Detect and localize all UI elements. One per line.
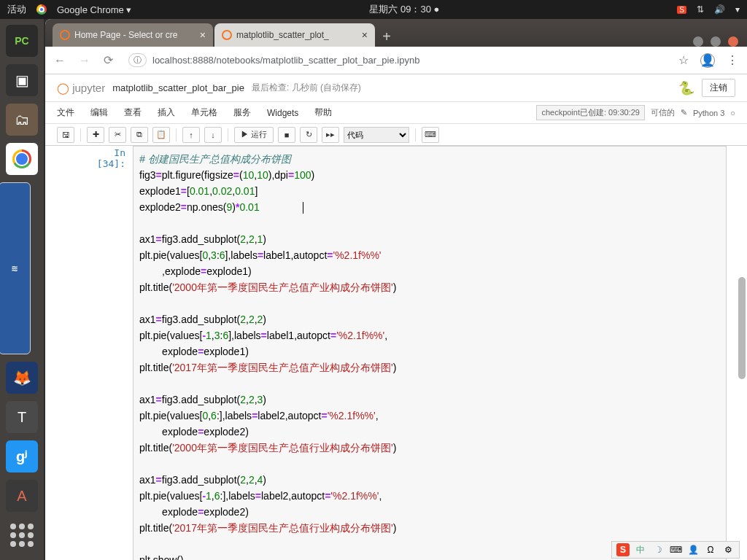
jupyter-logo[interactable]: ◯ jupyter (57, 82, 105, 95)
window-buttons (693, 31, 747, 47)
ubuntu-topbar: 活动 Google Chrome ▾ 星期六 09：30 ● S ⇅ 🔊 ▾ (0, 0, 747, 19)
move-down-button[interactable]: ↓ (204, 127, 222, 143)
jupyter-icon (60, 30, 70, 40)
back-button[interactable]: ← (54, 54, 69, 67)
new-tab-button[interactable]: + (376, 26, 397, 47)
text-cursor (303, 202, 303, 214)
vscode-icon[interactable]: ≋ (0, 182, 31, 354)
cell-type-select[interactable]: 代码 (344, 127, 409, 143)
copy-button[interactable]: ⧉ (131, 127, 148, 143)
python-logo-icon: 🐍 (678, 80, 694, 96)
site-info-icon[interactable]: ⓘ (128, 53, 147, 67)
app-gj-icon[interactable]: gʲ (6, 440, 38, 472)
profile-icon[interactable]: 👤 (700, 53, 715, 68)
volume-icon[interactable]: 🔊 (714, 4, 725, 15)
ime-lang-icon[interactable]: 中 (634, 543, 647, 556)
activities-label[interactable]: 活动 (7, 3, 26, 16)
close-window-button[interactable] (728, 36, 738, 47)
ime-moon-icon[interactable]: ☽ (651, 543, 665, 556)
text-editor-icon[interactable]: T (6, 401, 38, 433)
menu-view[interactable]: 查看 (124, 106, 142, 119)
bookmark-icon[interactable]: ☆ (678, 53, 689, 67)
notebook-name[interactable]: matplotlib_scatter_plot_bar_pie (112, 82, 244, 93)
files-icon[interactable]: 🗂 (6, 104, 38, 136)
run-button[interactable]: ▶ 运行 (234, 127, 274, 143)
close-icon[interactable]: × (200, 29, 206, 41)
jupyter-menubar: 文件 编辑 查看 插入 单元格 服务 Widgets 帮助 checkpoint… (45, 102, 747, 124)
paste-button[interactable]: 📋 (152, 127, 170, 143)
maximize-button[interactable] (711, 36, 721, 47)
jupyter-toolbar: 🖫 ✚ ✂ ⧉ 📋 ↑ ↓ ▶ 运行 ■ ↻ ▸▸ 代码 ⌨ (45, 124, 747, 146)
ime-indicator-icon[interactable]: S (677, 6, 686, 14)
ime-tray[interactable]: S 中 ☽ ⌨ 👤 Ω ⚙ (611, 541, 740, 559)
updater-icon[interactable]: A (6, 480, 38, 512)
tab-home-label: Home Page - Select or cre (74, 30, 177, 40)
jupyter-header: ◯ jupyter matplotlib_scatter_plot_bar_pi… (45, 74, 747, 102)
code-cell[interactable]: In [34]: # 创建国民生产总值构成分布饼图 fig3=plt.figur… (45, 146, 747, 560)
restart-button[interactable]: ↻ (300, 127, 317, 143)
input-prompt: In [34]: (82, 146, 133, 560)
active-app-label[interactable]: Google Chrome ▾ (57, 4, 131, 15)
jupyter-icon (222, 30, 232, 40)
menu-file[interactable]: 文件 (57, 106, 74, 119)
code-editor[interactable]: # 创建国民生产总值构成分布饼图 fig3=plt.figure(figsize… (133, 146, 727, 560)
tab-strip: Home Page - Select or cre × matplotlib_s… (45, 19, 747, 47)
logout-button[interactable]: 注销 (702, 79, 735, 97)
ubuntu-launcher: PC ▣ 🗂 ≋ 🦊 T gʲ A (0, 19, 44, 560)
cut-button[interactable]: ✂ (109, 127, 126, 143)
terminal-icon[interactable]: ▣ (6, 64, 38, 96)
network-icon[interactable]: ⇅ (697, 4, 704, 15)
command-palette-button[interactable]: ⌨ (422, 127, 439, 143)
scrollbar-thumb[interactable] (738, 277, 746, 379)
menu-cell[interactable]: 单元格 (191, 106, 217, 119)
interrupt-button[interactable]: ■ (278, 127, 295, 143)
close-icon[interactable]: × (362, 29, 368, 41)
checkpoint-label: 最后检查: 几秒前 (自动保存) (252, 82, 361, 94)
forward-button[interactable]: → (79, 54, 93, 67)
reload-button[interactable]: ⟳ (104, 53, 118, 67)
move-up-button[interactable]: ↑ (182, 127, 200, 143)
sogou-icon[interactable]: S (616, 543, 630, 556)
add-cell-button[interactable]: ✚ (87, 127, 104, 143)
kernel-idle-icon: ○ (730, 109, 735, 117)
save-button[interactable]: 🖫 (57, 127, 74, 143)
url-text: localhost:8888/notebooks/matplotlib_scat… (152, 55, 419, 66)
firefox-icon[interactable]: 🦊 (6, 362, 38, 394)
chrome-icon (36, 4, 47, 15)
menu-widgets[interactable]: Widgets (267, 108, 298, 118)
power-icon[interactable]: ▾ (735, 4, 740, 15)
menu-insert[interactable]: 插入 (158, 106, 175, 119)
ime-person-icon[interactable]: 👤 (686, 543, 700, 556)
chrome-menu-icon[interactable]: ⋮ (727, 53, 738, 67)
menu-help[interactable]: 帮助 (314, 106, 332, 119)
checkpoint-status: checkpoint已创建: 09:30:29 (536, 105, 645, 120)
chrome-launcher-icon[interactable] (6, 143, 38, 175)
ime-settings-icon[interactable]: ⚙ (721, 543, 735, 556)
ime-omega-icon[interactable]: Ω (704, 543, 717, 556)
notebook-content[interactable]: In [34]: # 创建国民生产总值构成分布饼图 fig3=plt.figur… (45, 146, 747, 560)
clock-label[interactable]: 星期六 09：30 ● (369, 3, 439, 16)
tab-notebook-label: matplotlib_scatter_plot_ (236, 30, 329, 40)
menu-kernel[interactable]: 服务 (233, 106, 251, 119)
minimize-button[interactable] (693, 36, 703, 47)
tab-notebook[interactable]: matplotlib_scatter_plot_ × (214, 23, 375, 47)
url-field[interactable]: ⓘ localhost:8888/notebooks/matplotlib_sc… (128, 53, 668, 67)
chrome-window: Home Page - Select or cre × matplotlib_s… (45, 19, 747, 560)
pycharm-icon[interactable]: PC (6, 25, 38, 57)
edit-icon[interactable]: ✎ (681, 108, 687, 117)
menu-edit[interactable]: 编辑 (90, 106, 108, 119)
restart-run-all-button[interactable]: ▸▸ (322, 127, 339, 143)
address-bar: ← → ⟳ ⓘ localhost:8888/notebooks/matplot… (45, 47, 747, 74)
kernel-name[interactable]: Python 3 (693, 109, 724, 117)
ime-keyboard-icon[interactable]: ⌨ (669, 543, 682, 556)
trusted-label[interactable]: 可信的 (651, 107, 675, 118)
show-apps-icon[interactable] (6, 519, 38, 551)
tab-home[interactable]: Home Page - Select or cre × (53, 23, 213, 47)
